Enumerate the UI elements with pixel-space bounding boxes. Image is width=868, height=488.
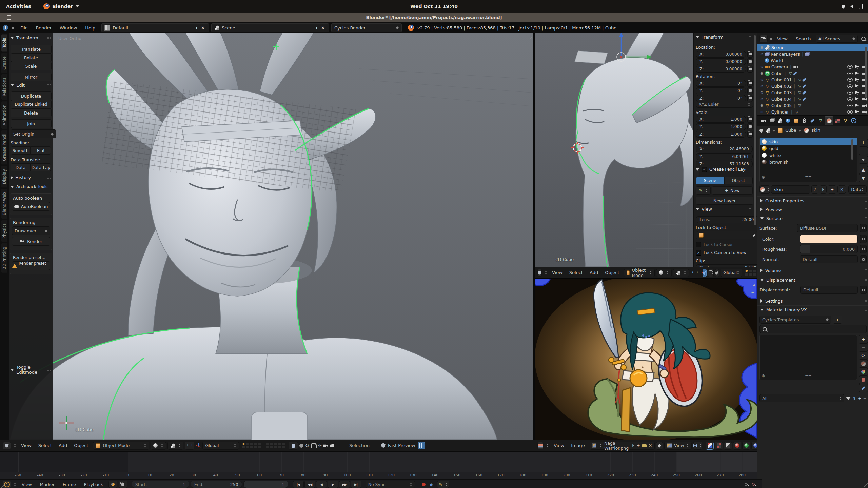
toolshelf-tab-display[interactable]: Display — [1, 166, 7, 187]
unlink-image-button[interactable]: ✕ — [649, 443, 652, 448]
viewport-shading-dropdown[interactable] — [656, 269, 672, 277]
expand-icon[interactable]: ⊕ — [760, 90, 765, 95]
app-menu[interactable]: Blender — [43, 3, 79, 9]
up-arrow-icon[interactable]: ⇧ — [852, 396, 856, 401]
props-tab-modifiers[interactable] — [808, 117, 816, 125]
new-material-button[interactable]: + — [828, 185, 836, 194]
menu-playback[interactable]: Playback — [80, 482, 107, 487]
timeline-track[interactable] — [0, 452, 757, 472]
outliner-row-cube[interactable]: ⊕▽Cube|▽ — [757, 70, 868, 77]
panel-toggle-editmode[interactable]: Toggle Editmode — [11, 365, 51, 375]
lock-toggle[interactable] — [747, 123, 753, 130]
keying-set-icon[interactable]: ◆ — [430, 482, 433, 487]
expand-icon[interactable]: ⊕ — [760, 103, 765, 108]
drag-dots[interactable] — [747, 208, 753, 211]
viewport-3d-canvas[interactable] — [0, 33, 533, 440]
props-tab-material[interactable] — [825, 116, 833, 125]
active-keying-set-button[interactable]: ✎ — [437, 481, 449, 488]
delete-button[interactable]: Delete — [11, 108, 52, 117]
autoboolean-button[interactable]: AutoBoolean — [12, 202, 50, 211]
manipulator-toggle[interactable]: ⋮⋮ — [185, 442, 194, 450]
image-view-dropdown[interactable]: View — [664, 442, 692, 450]
timeline[interactable]: -50-40-30-20-100102030405060708090100110… — [0, 451, 757, 488]
use-preview-range-button[interactable] — [108, 481, 117, 488]
drag-dots[interactable] — [863, 308, 868, 311]
channel-alpha-checker-button[interactable] — [715, 442, 723, 450]
expand-icon[interactable]: ⊕ — [760, 97, 765, 101]
lock-toggle[interactable] — [747, 80, 753, 87]
manipulator-dots[interactable]: ⋮⋮ — [690, 270, 700, 275]
slot-move-up-button[interactable]: ▲ — [859, 166, 868, 174]
location-field[interactable]: X:0.00000 — [696, 51, 746, 58]
selectability-icon[interactable] — [855, 84, 859, 88]
expand-icon[interactable]: ⊕ — [760, 65, 765, 69]
data-source-dropdown[interactable]: Data — [848, 185, 867, 194]
matlib-wrench-button[interactable] — [859, 384, 868, 392]
lock-toggle[interactable] — [747, 116, 753, 123]
visibility-eye-icon[interactable] — [847, 78, 853, 82]
selectability-icon[interactable] — [855, 110, 859, 114]
outliner-row-camera[interactable]: ⊕Camera| — [757, 64, 868, 70]
panel-archipack-tools[interactable]: Archipack Tools — [11, 184, 51, 189]
layers-grid-2[interactable] — [266, 442, 286, 449]
renderability-icon[interactable] — [862, 98, 867, 101]
material-name-field[interactable]: skin — [771, 185, 810, 194]
orientation-dropdown[interactable]: Global — [721, 269, 742, 277]
image-editor[interactable]: ◂ + ViewImage Naga Warrior.png F + ✕ — [535, 279, 757, 451]
lens-field[interactable]: Lens:35.000 — [696, 216, 760, 223]
insert-keyframe-icon[interactable] — [745, 483, 747, 486]
gp-checkbox[interactable] — [702, 167, 707, 172]
gp-datablock-dropdown[interactable]: ✎ — [696, 186, 711, 195]
shade-flat-button[interactable]: Flat — [31, 146, 51, 155]
lock-to-cursor-row[interactable]: Lock to Cursor — [696, 242, 753, 247]
material-slot-skin[interactable]: skin — [760, 138, 857, 145]
lock-camera-checkbox[interactable] — [696, 250, 701, 256]
viewport-shading-dropdown[interactable] — [151, 442, 166, 450]
menu-marker[interactable]: Marker — [36, 482, 59, 487]
outliner-row-cube-001[interactable]: ⊕▽Cube.001|▽ — [757, 77, 868, 83]
slots-scrollbar[interactable] — [851, 139, 853, 160]
translate-button[interactable]: Translate — [11, 45, 52, 54]
gp-new-button[interactable]: +New — [712, 186, 753, 195]
duplicate-linked-button[interactable]: Duplicate Linked — [11, 100, 52, 109]
play-reverse-button[interactable]: ◀ — [316, 481, 327, 488]
transfer-data-layout-button[interactable]: Data Lay — [31, 163, 51, 171]
panel-preview[interactable]: Preview — [757, 205, 868, 214]
npanel-scrollbar[interactable] — [754, 35, 756, 225]
proportional-edit-icon[interactable] — [299, 444, 303, 448]
gp-tab-scene[interactable]: Scene — [696, 177, 724, 184]
play-button[interactable]: ▶ — [328, 481, 338, 488]
location-field[interactable]: Z:0.00000 — [696, 66, 746, 73]
outliner-row-cube-005[interactable]: ⊕▽Cube.005|▽ — [757, 102, 868, 109]
editor-type-button[interactable] — [3, 442, 11, 449]
clock[interactable]: Wed Oct 31 19:40 — [410, 4, 458, 9]
material-users-button[interactable]: 2 — [811, 185, 818, 194]
lock-toggle[interactable] — [747, 87, 753, 94]
snap-rotate-icon[interactable]: ↻ — [305, 443, 309, 449]
outliner-scope-dropdown[interactable]: All Scenes — [816, 35, 858, 43]
slot-move-down-button[interactable]: ▼ — [859, 174, 868, 182]
selectability-icon[interactable] — [855, 65, 859, 69]
toolshelf-tab-relations[interactable]: Relations — [1, 74, 7, 100]
selectability-icon[interactable] — [855, 78, 859, 82]
delete-keyframe-icon[interactable] — [752, 483, 755, 486]
toolshelf-tab-3d-printing[interactable]: 3D Printing — [1, 243, 7, 273]
material-browse-button[interactable] — [760, 185, 770, 194]
expand-icon[interactable]: ⊕ — [760, 84, 765, 88]
menu-add[interactable]: Add — [586, 270, 601, 275]
rotation-field[interactable]: Y:0° — [696, 87, 746, 94]
visibility-eye-icon[interactable] — [847, 84, 853, 88]
outliner-row-cube-003[interactable]: ⊕▽Cube.003|▽ — [757, 89, 868, 96]
slot-specials-button[interactable] — [859, 156, 868, 164]
matlib-reload-button[interactable]: ⟳ — [859, 351, 868, 360]
lock-toggle[interactable] — [747, 66, 753, 73]
manipulator-scale-button[interactable] — [715, 269, 719, 277]
pivot-dropdown[interactable] — [673, 269, 689, 277]
matlib-add-button[interactable]: + — [833, 316, 842, 324]
drag-dots[interactable] — [863, 217, 868, 220]
matlib-plus-button[interactable]: + — [859, 335, 868, 343]
render-preset-button[interactable]: Render preset ... — [12, 261, 50, 270]
props-tab-physics[interactable] — [850, 117, 858, 125]
displacement-dropdown[interactable]: Default — [800, 286, 858, 294]
props-tab-particles[interactable] — [842, 117, 850, 125]
